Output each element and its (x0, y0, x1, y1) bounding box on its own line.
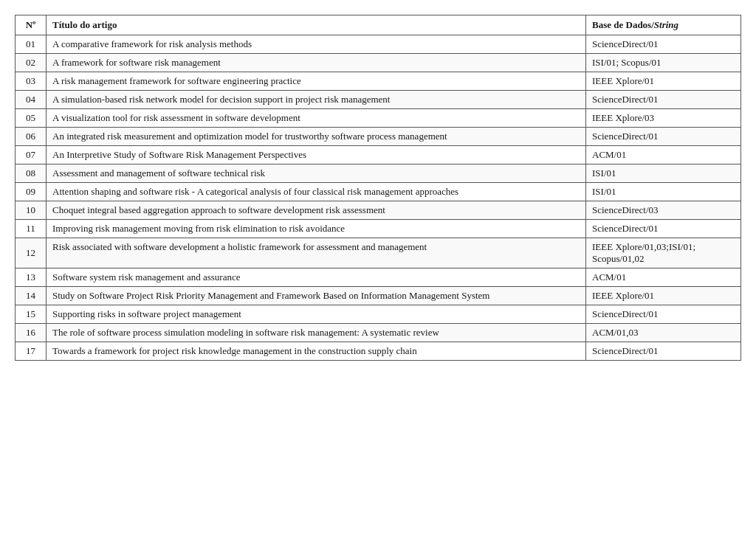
table-row: 03A risk management framework for softwa… (16, 72, 741, 91)
cell-title: A simulation-based risk network model fo… (47, 91, 586, 109)
cell-title: Risk associated with software developmen… (47, 238, 586, 268)
cell-title: A comparative framework for risk analysi… (47, 35, 586, 54)
cell-num: 04 (16, 91, 47, 109)
cell-base: IEEE Xplore/01,03;ISI/01; Scopus/01,02 (586, 238, 741, 268)
cell-num: 01 (16, 35, 47, 54)
cell-title: Improving risk management moving from ri… (47, 220, 586, 238)
cell-base: ScienceDirect/01 (586, 128, 741, 146)
table-row: 13Software system risk management and as… (16, 268, 741, 287)
cell-num: 02 (16, 54, 47, 72)
cell-base: ISI/01; Scopus/01 (586, 54, 741, 72)
cell-base: ScienceDirect/01 (586, 220, 741, 238)
cell-num: 08 (16, 164, 47, 183)
table-row: 17Towards a framework for project risk k… (16, 342, 741, 361)
cell-num: 07 (16, 146, 47, 164)
cell-title: Supporting risks in software project man… (47, 305, 586, 324)
cell-title: Assessment and management of software te… (47, 164, 586, 183)
cell-base: ACM/01 (586, 268, 741, 287)
articles-table: Nº Título do artigo Base de Dados/String… (15, 15, 741, 361)
cell-base: ACM/01,03 (586, 324, 741, 342)
table-row: 01A comparative framework for risk analy… (16, 35, 741, 54)
cell-title: A visualization tool for risk assessment… (47, 109, 586, 128)
table-row: 14Study on Software Project Risk Priorit… (16, 287, 741, 305)
cell-title: Software system risk management and assu… (47, 268, 586, 287)
table-row: 04A simulation-based risk network model … (16, 91, 741, 109)
table-row: 08Assessment and management of software … (16, 164, 741, 183)
table-row: 06An integrated risk measurement and opt… (16, 128, 741, 146)
cell-num: 13 (16, 268, 47, 287)
header-base: Base de Dados/String (586, 15, 741, 35)
cell-base: IEEE Xplore/03 (586, 109, 741, 128)
cell-num: 03 (16, 72, 47, 91)
table-row: 10Choquet integral based aggregation app… (16, 201, 741, 220)
cell-base: ScienceDirect/01 (586, 305, 741, 324)
cell-base: ScienceDirect/01 (586, 35, 741, 54)
main-container: Nº Título do artigo Base de Dados/String… (15, 15, 741, 361)
cell-num: 12 (16, 238, 47, 268)
cell-num: 05 (16, 109, 47, 128)
cell-base: ScienceDirect/01 (586, 342, 741, 361)
table-header-row: Nº Título do artigo Base de Dados/String (16, 15, 741, 35)
cell-base: IEEE Xplore/01 (586, 287, 741, 305)
table-row: 05A visualization tool for risk assessme… (16, 109, 741, 128)
cell-num: 14 (16, 287, 47, 305)
cell-title: An integrated risk measurement and optim… (47, 128, 586, 146)
cell-num: 09 (16, 183, 47, 201)
table-row: 09Attention shaping and software risk - … (16, 183, 741, 201)
cell-base: IEEE Xplore/01 (586, 72, 741, 91)
table-row: 02A framework for software risk manageme… (16, 54, 741, 72)
cell-base: ISI/01 (586, 164, 741, 183)
cell-title: An Interpretive Study of Software Risk M… (47, 146, 586, 164)
cell-num: 10 (16, 201, 47, 220)
cell-base: ISI/01 (586, 183, 741, 201)
cell-title: A framework for software risk management (47, 54, 586, 72)
cell-title: Towards a framework for project risk kno… (47, 342, 586, 361)
cell-num: 11 (16, 220, 47, 238)
header-num: Nº (16, 15, 47, 35)
cell-num: 15 (16, 305, 47, 324)
cell-base: ScienceDirect/03 (586, 201, 741, 220)
table-row: 16The role of software process simulatio… (16, 324, 741, 342)
cell-title: Choquet integral based aggregation appro… (47, 201, 586, 220)
cell-title: A risk management framework for software… (47, 72, 586, 91)
table-row: 07An Interpretive Study of Software Risk… (16, 146, 741, 164)
cell-base: ScienceDirect/01 (586, 91, 741, 109)
cell-num: 06 (16, 128, 47, 146)
table-row: 11Improving risk management moving from … (16, 220, 741, 238)
cell-title: Attention shaping and software risk - A … (47, 183, 586, 201)
cell-num: 16 (16, 324, 47, 342)
table-body: 01A comparative framework for risk analy… (16, 35, 741, 361)
cell-num: 17 (16, 342, 47, 361)
cell-title: Study on Software Project Risk Priority … (47, 287, 586, 305)
table-row: 12Risk associated with software developm… (16, 238, 741, 268)
header-title: Título do artigo (47, 15, 586, 35)
table-row: 15Supporting risks in software project m… (16, 305, 741, 324)
cell-base: ACM/01 (586, 146, 741, 164)
cell-title: The role of software process simulation … (47, 324, 586, 342)
